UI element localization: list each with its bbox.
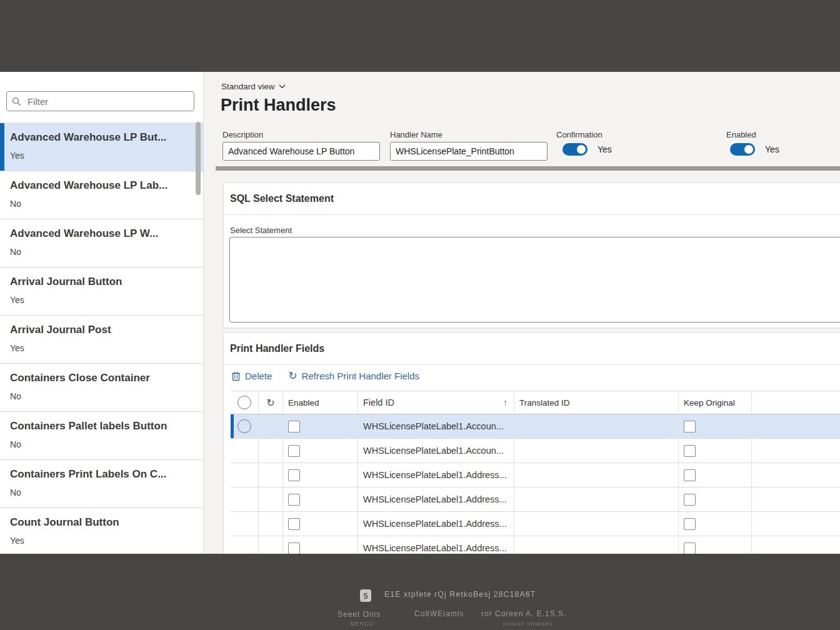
horizontal-scrollbar[interactable] xyxy=(216,166,840,171)
enabled-checkbox[interactable] xyxy=(288,445,300,457)
field-id-cell[interactable]: WHSLicensePlateLabel1.Address... xyxy=(358,512,514,536)
filter-field[interactable] xyxy=(6,91,194,111)
keep-original-checkbox[interactable] xyxy=(684,518,696,530)
blurred-caption-line: E1E xtpfete rQj RetkoBesj 28C18A6T xyxy=(384,590,536,599)
column-header-translated-id[interactable]: Translated ID xyxy=(514,391,679,414)
row-select-cell[interactable] xyxy=(231,536,259,554)
sql-panel-header[interactable]: SQL Select Statement xyxy=(224,183,840,215)
row-select-cell[interactable] xyxy=(231,488,259,511)
list-item[interactable]: Advanced Warehouse LP W...No xyxy=(0,219,203,268)
enabled-cell xyxy=(283,536,358,554)
select-all-cell[interactable] xyxy=(231,391,259,414)
delete-button[interactable]: Delete xyxy=(231,371,272,381)
row-refresh-cell xyxy=(259,512,283,536)
row-select-cell[interactable] xyxy=(231,439,259,462)
handler-name-label: Handler Name xyxy=(390,130,442,139)
translated-id-cell[interactable] xyxy=(514,439,679,462)
table-row[interactable]: WHSLicensePlateLabel1.Accoun... xyxy=(231,414,840,439)
translated-id-cell[interactable] xyxy=(514,463,679,487)
column-header-filler xyxy=(752,391,840,414)
phf-panel-title: Print Handler Fields xyxy=(230,343,324,354)
translated-id-cell[interactable] xyxy=(514,512,679,536)
column-header-field-id[interactable]: Field ID ↑ xyxy=(358,391,514,414)
row-select-cell[interactable] xyxy=(231,463,259,487)
filter-input[interactable] xyxy=(26,96,189,108)
blurred-caption-sub: MERCU xyxy=(350,621,374,627)
row-filler-cell xyxy=(752,414,840,438)
keep-original-cell xyxy=(679,439,752,462)
enabled-toggle[interactable] xyxy=(730,143,755,156)
confirmation-state: Yes xyxy=(598,144,612,154)
table-row[interactable]: WHSLicensePlateLabel1.Address... xyxy=(231,463,840,488)
keep-original-checkbox[interactable] xyxy=(684,469,696,481)
confirmation-label: Confirmation xyxy=(556,130,602,139)
row-filler-cell xyxy=(752,488,840,511)
confirmation-toggle[interactable] xyxy=(562,143,588,156)
keep-original-checkbox[interactable] xyxy=(684,542,696,554)
list-item[interactable]: Advanced Warehouse LP But...Yes xyxy=(0,123,203,171)
refresh-column-header[interactable]: ↻ xyxy=(259,391,283,414)
select-statement-textarea[interactable] xyxy=(229,237,840,322)
table-row[interactable]: WHSLicensePlateLabel1.Address... xyxy=(231,512,840,536)
enabled-cell xyxy=(283,414,358,438)
row-filler-cell xyxy=(752,536,840,554)
table-row[interactable]: WHSLicensePlateLabel1.Address... xyxy=(231,488,840,512)
list-item-title: Containers Print Labels On C... xyxy=(10,468,193,481)
select-all-radio[interactable] xyxy=(238,396,251,409)
sidebar-scrollbar-thumb[interactable] xyxy=(196,122,201,195)
enabled-cell xyxy=(283,463,358,487)
phf-panel-header[interactable]: Print Handler Fields xyxy=(224,333,840,365)
keep-original-checkbox[interactable] xyxy=(684,445,696,457)
list-item-value: No xyxy=(10,488,193,498)
list-item[interactable]: Containers Pallet labels ButtonNo xyxy=(0,412,203,460)
field-id-cell[interactable]: WHSLicensePlateLabel1.Address... xyxy=(358,536,514,554)
record-list: Advanced Warehouse LP But...YesAdvanced … xyxy=(0,122,203,554)
list-item-title: Arrival Journal Post xyxy=(10,324,193,336)
table-row[interactable]: WHSLicensePlateLabel1.Accoun... xyxy=(231,439,840,463)
description-input[interactable] xyxy=(222,142,380,161)
keep-original-cell xyxy=(679,488,752,511)
keep-original-checkbox[interactable] xyxy=(684,421,696,432)
enabled-checkbox[interactable] xyxy=(288,542,300,554)
row-filler-cell xyxy=(752,512,840,536)
field-id-cell[interactable]: WHSLicensePlateLabel1.Accoun... xyxy=(358,439,514,462)
refresh-print-handler-fields-button[interactable]: ↻ Refresh Print Handler Fields xyxy=(288,371,419,381)
field-id-value: WHSLicensePlateLabel1.Address... xyxy=(363,519,507,529)
row-select-cell[interactable] xyxy=(231,512,259,536)
column-header-label: Keep Original xyxy=(684,398,735,408)
list-item[interactable]: Advanced Warehouse LP Lab...No xyxy=(0,171,203,219)
field-id-value: WHSLicensePlateLabel1.Accoun... xyxy=(363,421,504,431)
refresh-button-label: Refresh Print Handler Fields xyxy=(302,371,419,381)
list-item-value: No xyxy=(10,439,193,449)
field-id-cell[interactable]: WHSLicensePlateLabel1.Accoun... xyxy=(358,414,514,438)
page-title: Print Handlers xyxy=(221,96,336,115)
list-item[interactable]: Containers Print Labels On C...No xyxy=(0,460,203,508)
translated-id-cell[interactable] xyxy=(514,488,679,511)
toggle-knob xyxy=(577,145,586,154)
list-item-value: Yes xyxy=(10,151,193,161)
row-select-radio[interactable] xyxy=(238,419,251,433)
enabled-checkbox[interactable] xyxy=(288,494,300,506)
list-item[interactable]: Arrival Journal PostYes xyxy=(0,316,203,364)
list-item-value: No xyxy=(10,391,193,401)
keep-original-checkbox[interactable] xyxy=(684,494,696,506)
translated-id-cell[interactable] xyxy=(514,414,679,438)
view-selector[interactable]: Standard view xyxy=(221,82,286,91)
field-id-cell[interactable]: WHSLicensePlateLabel1.Address... xyxy=(358,463,514,487)
field-id-cell[interactable]: WHSLicensePlateLabel1.Address... xyxy=(358,488,514,511)
footer-logo-icon: 5 xyxy=(360,589,371,602)
translated-id-cell[interactable] xyxy=(514,536,679,554)
enabled-checkbox[interactable] xyxy=(288,469,300,481)
handler-name-input[interactable] xyxy=(390,142,548,161)
sql-select-statement-panel: SQL Select Statement Select Statement xyxy=(223,182,840,328)
column-header-enabled[interactable]: Enabled xyxy=(283,391,358,414)
table-row[interactable]: WHSLicensePlateLabel1.Address... xyxy=(231,536,840,554)
enabled-label: Enabled xyxy=(726,130,756,139)
column-header-keep-original[interactable]: Keep Original xyxy=(679,391,752,414)
list-item[interactable]: Containers Close ContainerNo xyxy=(0,364,203,412)
enabled-checkbox[interactable] xyxy=(288,518,300,530)
row-select-cell[interactable] xyxy=(231,414,259,438)
enabled-checkbox[interactable] xyxy=(288,421,300,432)
list-item[interactable]: Arrival Journal ButtonYes xyxy=(0,268,203,316)
list-item[interactable]: Count Journal ButtonYes xyxy=(0,508,203,554)
